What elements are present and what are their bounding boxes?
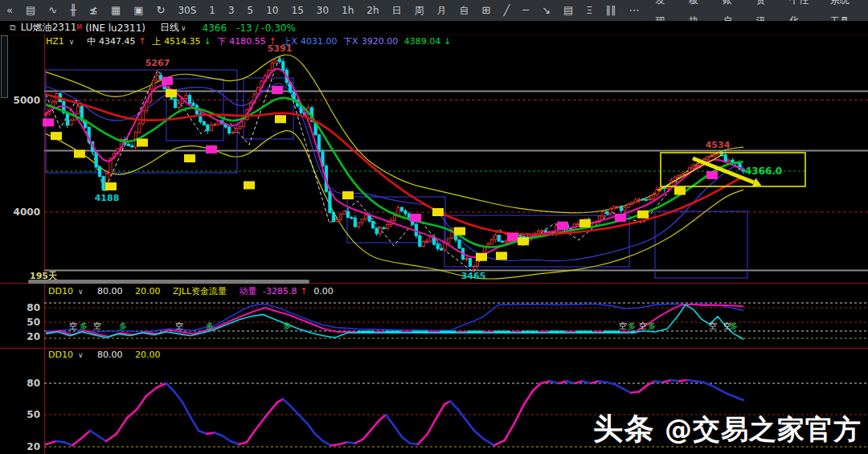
hz1-upx-value: 4031.00 (301, 36, 338, 47)
period-30[interactable]: 30 (310, 0, 335, 21)
main-contract-badge: M (76, 24, 82, 31)
svg-text:空: 空 (175, 321, 183, 330)
chevron-down-icon[interactable]: ∨ (78, 288, 84, 296)
horizontal-line-icon[interactable]: ─ (516, 0, 535, 21)
period-2h[interactable]: 2h (360, 0, 385, 21)
hz1-up-value: 4514.35 (164, 36, 201, 47)
svg-text:空: 空 (639, 321, 647, 330)
momentum-value: -3285.8 (263, 286, 297, 297)
svg-text:4366.0: 4366.0 (745, 166, 782, 177)
dd10-name[interactable]: DD10 (48, 350, 73, 360)
chart-box-icon[interactable]: ▦ (104, 0, 127, 21)
hz1-dnx-label: 下X (343, 36, 358, 47)
svg-text:80: 80 (27, 378, 40, 389)
period-1[interactable]: 1 (203, 0, 222, 21)
dd10-param2: 20.00 (135, 286, 161, 297)
momentum-label: 动量 (240, 286, 257, 297)
hz1-upx-label: 上X (283, 36, 298, 47)
symbol-bar: ⧉ LU燃油2311 M (INE lu2311) 日线 ∨ 4366 -13 … (0, 21, 868, 35)
svg-text:5267: 5267 (145, 58, 170, 68)
svg-text:空: 空 (93, 321, 101, 330)
svg-text:空: 空 (619, 321, 627, 330)
back-icon[interactable]: « (0, 0, 19, 21)
hz1-dnx-value: 3920.00 (362, 36, 399, 47)
svg-text:4000: 4000 (14, 207, 40, 218)
svg-text:多: 多 (206, 321, 214, 330)
svg-text:多: 多 (730, 321, 738, 330)
hz1-up-label: 上 (152, 36, 161, 47)
dd10-param2: 20.00 (135, 350, 161, 360)
period-month[interactable]: 月 (431, 0, 453, 21)
hz1-dn-label: 下 (217, 36, 226, 47)
last-price: 4366 (203, 22, 227, 34)
hz1-name[interactable]: HZ1 (46, 36, 64, 47)
svg-text:空: 空 (709, 321, 717, 330)
quote-list-icon[interactable]: ▤ (19, 0, 42, 21)
hz1-indicator-header: HZ1∨ 中4347.45↑ 上4514.35↓ 下4180.55↑ 上X403… (46, 35, 454, 47)
svg-text:空: 空 (69, 321, 77, 330)
more-icon[interactable]: ⋯ (623, 0, 646, 21)
down-arrow-icon: ↓ (444, 36, 451, 47)
dd10-param1: 80.00 (97, 286, 123, 297)
svg-text:20: 20 (27, 331, 40, 342)
momentum-zero: 0.00 (313, 286, 334, 297)
layout-grid-icon[interactable]: ⊞ (476, 0, 497, 21)
svg-text:80: 80 (27, 302, 40, 313)
svg-text:多: 多 (628, 321, 636, 330)
period-1h[interactable]: 1h (335, 0, 360, 21)
dd10-param1: 80.00 (97, 350, 123, 360)
hz1-mid-label: 中 (87, 36, 96, 47)
contract-name[interactable]: LU燃油2311 (21, 21, 76, 35)
multi-chart-icon[interactable]: ≴ (83, 0, 104, 21)
svg-text:多: 多 (80, 321, 88, 330)
down-arrow-icon: ↓ (204, 36, 211, 47)
hz1-dn-value: 4180.55 (229, 36, 266, 47)
period-3[interactable]: 3 (222, 0, 241, 21)
svg-text:4188: 4188 (95, 193, 120, 203)
refresh-icon[interactable]: ↻ (150, 0, 172, 21)
watermark: 头条 @交易之家官方 (593, 409, 862, 449)
fib-lines-icon[interactable]: Ξ (579, 0, 599, 21)
save-icon[interactable]: ▣ (127, 0, 149, 21)
link-icon[interactable]: ⧉ (10, 22, 16, 33)
svg-text:多: 多 (119, 321, 127, 330)
watermark-text: @交易之家官方 (654, 413, 862, 445)
svg-text:4534: 4534 (706, 140, 731, 150)
period-10[interactable]: 10 (260, 0, 285, 21)
svg-text:5000: 5000 (14, 95, 40, 106)
up-arrow-icon: ↑ (269, 36, 276, 47)
collapsed-sidebar[interactable] (1, 35, 8, 98)
top-toolbar: « ▤ ∿ ╫ ≴ ▦ ▣ ↻ 30S 1 3 5 10 15 30 1h 2h… (0, 0, 868, 21)
svg-text:多: 多 (283, 321, 291, 330)
period-week[interactable]: 周 (408, 0, 431, 21)
period-5[interactable]: 5 (241, 0, 260, 21)
hz1-last-value: 4389.04 (404, 36, 441, 47)
svg-text:多: 多 (648, 321, 656, 330)
panel2-header: DD10∨ 80.00 20.00 (48, 350, 164, 360)
svg-text:3465: 3465 (461, 271, 486, 281)
period-day[interactable]: 日 (386, 0, 408, 21)
chevron-down-icon[interactable]: ∨ (78, 351, 84, 359)
arrow-line-icon[interactable]: ↘ (535, 0, 557, 21)
price-change: -13 / -0.30% (236, 22, 296, 34)
zjll-label: ZJLL资金流量 (173, 286, 227, 297)
vertical-lines-icon[interactable]: ‖‖ (600, 0, 623, 21)
hz1-mid-value: 4347.45 (99, 36, 136, 47)
watermark-bold: 头条 (593, 411, 654, 446)
panel1-header: DD10∨ 80.00 20.00 ZJLL资金流量 动量 -3285.8↑ 0… (48, 285, 337, 297)
trendline-icon[interactable]: ╱ (497, 0, 516, 21)
golden-section-icon[interactable]: ▤ (557, 0, 579, 21)
chevron-down-icon[interactable]: ∨ (181, 24, 186, 32)
period-30s[interactable]: 30S (171, 0, 203, 21)
chart-canvas[interactable]: 50004000526753914188346545344366.0195天80… (0, 0, 868, 454)
period-15[interactable]: 15 (285, 0, 310, 21)
up-arrow-icon: ↑ (301, 286, 308, 297)
trading-app-window: « ▤ ∿ ╫ ≴ ▦ ▣ ↻ 30S 1 3 5 10 15 30 1h 2h… (0, 0, 868, 454)
line-chart-icon[interactable]: ∿ (42, 0, 63, 21)
period-custom[interactable]: 自 (453, 0, 476, 21)
period-dropdown[interactable]: 日线 (160, 21, 179, 35)
chevron-down-icon[interactable]: ∨ (69, 38, 75, 46)
candlestick-icon[interactable]: ╫ (63, 0, 83, 21)
dd10-name[interactable]: DD10 (48, 286, 73, 297)
contract-code: (INE lu2311) (85, 22, 145, 34)
